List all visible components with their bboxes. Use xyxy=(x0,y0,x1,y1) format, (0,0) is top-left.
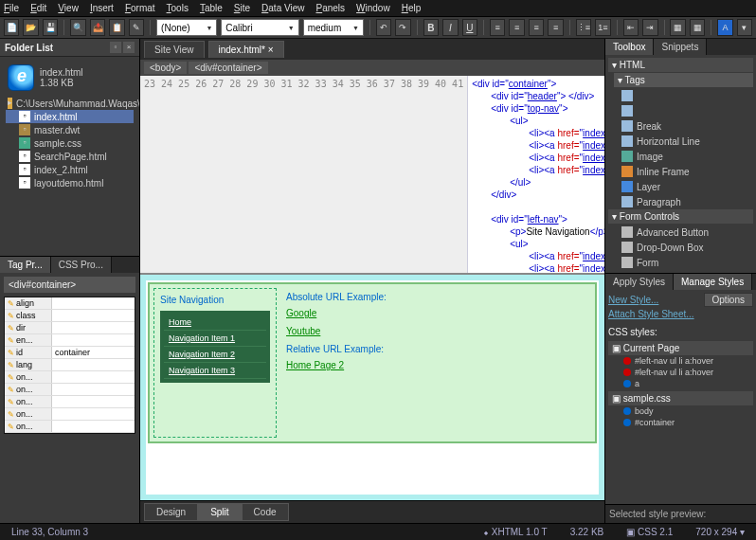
size-select[interactable]: medium▼ xyxy=(303,19,364,36)
menu-insert[interactable]: Insert xyxy=(90,3,114,13)
property-row[interactable]: ✎on... xyxy=(5,371,135,384)
preview-nav-link[interactable]: Navigation Item 3 xyxy=(164,363,266,379)
menu-format[interactable]: Format xyxy=(125,3,155,13)
toolbox-group[interactable]: ▾ Form Controls xyxy=(608,209,753,224)
toolbox-tab[interactable]: Snippets xyxy=(654,39,707,55)
view-tab-design[interactable]: Design xyxy=(144,503,198,521)
toolbox-tab[interactable]: Toolbox xyxy=(605,39,654,55)
borders-button[interactable]: ▦ xyxy=(670,19,685,36)
toolbox-item[interactable]: Break xyxy=(608,118,753,134)
style-rule[interactable]: body xyxy=(608,405,753,417)
options-button[interactable]: Options xyxy=(704,293,753,307)
align-left-button[interactable]: ≡ xyxy=(490,19,505,36)
property-row[interactable]: ✎en... xyxy=(5,334,135,347)
menu-site[interactable]: Site xyxy=(234,3,250,13)
format-button[interactable]: ✎ xyxy=(129,19,144,36)
file-item[interactable]: ▫SearchPage.html xyxy=(6,150,134,163)
property-row[interactable]: ✎on... xyxy=(5,408,135,421)
numbering-button[interactable]: 1≡ xyxy=(595,19,610,36)
toolbox-item[interactable]: Advanced Button xyxy=(608,225,753,240)
sample-css-group[interactable]: ▣ sample.css xyxy=(608,391,753,405)
property-row[interactable]: ✎on... xyxy=(5,396,135,408)
font-select[interactable]: Calibri▼ xyxy=(221,19,298,36)
breadcrumb-item[interactable]: <body> xyxy=(144,62,187,74)
font-color-button[interactable]: ▾ xyxy=(737,19,752,36)
tag-tab[interactable]: Tag Pr... xyxy=(0,257,51,273)
property-row[interactable]: ✎lang xyxy=(5,359,135,371)
code-editor[interactable]: 23 24 25 26 27 28 29 30 31 32 33 34 35 3… xyxy=(140,76,604,275)
style-select[interactable]: (None)▼ xyxy=(156,19,217,36)
folder-root[interactable]: ▸C:\Users\Muhammad.Waqas\Do xyxy=(6,97,134,110)
property-row[interactable]: ✎on... xyxy=(5,384,135,396)
preview-nav-link[interactable]: Home xyxy=(164,315,266,331)
indent-button[interactable]: ⇥ xyxy=(642,19,657,36)
toolbox-group[interactable]: ▾ HTML xyxy=(608,58,753,72)
toolbox-item[interactable]: Horizontal Line xyxy=(608,134,753,149)
preview-link[interactable]: Youtube xyxy=(286,326,587,336)
toolbox-item[interactable] xyxy=(608,103,753,118)
italic-button[interactable]: I xyxy=(442,19,458,36)
paste-button[interactable]: 📋 xyxy=(109,19,124,36)
toolbox-item[interactable]: Paragraph xyxy=(608,194,753,209)
menu-file[interactable]: File xyxy=(4,3,19,13)
status-css-schema[interactable]: ▣ CSS 2.1 xyxy=(621,526,678,538)
menu-help[interactable]: Help xyxy=(402,3,422,13)
menu-data-view[interactable]: Data View xyxy=(261,3,304,13)
preview-link[interactable]: Google xyxy=(286,308,587,318)
toolbox-item[interactable]: Image xyxy=(608,149,753,164)
style-rule[interactable]: #left-nav ul li a:hover xyxy=(608,355,753,367)
new-button[interactable]: 📄 xyxy=(4,19,19,36)
tag-selector[interactable]: <div#container> xyxy=(4,277,135,293)
toolbox-item[interactable]: Drop-Down Box xyxy=(608,240,753,255)
panel-close-icon[interactable]: × xyxy=(123,42,135,53)
property-row[interactable]: ✎align xyxy=(5,297,135,310)
redo-button[interactable]: ↷ xyxy=(395,19,410,36)
toolbox-item[interactable]: Layer xyxy=(608,179,753,194)
toolbox-item[interactable]: Inline Frame xyxy=(608,164,753,179)
preview-nav-link[interactable]: Navigation Item 2 xyxy=(164,347,266,363)
file-item[interactable]: ▫master.dwt xyxy=(6,123,134,136)
outdent-button[interactable]: ⇤ xyxy=(623,19,639,36)
file-item[interactable]: ▫index.html xyxy=(6,110,134,123)
style-rule[interactable]: #left-nav ul li a:hover xyxy=(608,367,753,378)
file-item[interactable]: ▫index_2.html xyxy=(6,163,134,176)
align-right-button[interactable]: ≡ xyxy=(529,19,544,36)
insert-table-button[interactable]: ▦ xyxy=(690,19,705,36)
current-page-group[interactable]: ▣ Current Page xyxy=(608,341,753,355)
bold-button[interactable]: B xyxy=(423,19,439,36)
panel-pin-icon[interactable]: ▫ xyxy=(110,42,121,53)
styles-tab[interactable]: Manage Styles xyxy=(674,274,752,290)
style-rule[interactable]: a xyxy=(608,378,753,389)
file-item[interactable]: ▫sample.css xyxy=(6,136,134,150)
property-row[interactable]: ✎on... xyxy=(5,421,135,433)
preview-link[interactable]: Home Page 2 xyxy=(286,360,587,370)
publish-button[interactable]: 📤 xyxy=(90,19,105,36)
toolbox-item[interactable] xyxy=(608,88,753,103)
align-center-button[interactable]: ≡ xyxy=(509,19,524,36)
underline-button[interactable]: U xyxy=(462,19,477,36)
preview-nav-link[interactable]: Navigation Item 1 xyxy=(164,331,266,347)
property-row[interactable]: ✎dir xyxy=(5,322,135,334)
document-tab[interactable]: Site View xyxy=(144,41,205,58)
menu-panels[interactable]: Panels xyxy=(315,3,345,13)
align-justify-button[interactable]: ≡ xyxy=(548,19,563,36)
preview-button[interactable]: 🔍 xyxy=(70,19,85,36)
undo-button[interactable]: ↶ xyxy=(376,19,391,36)
menu-edit[interactable]: Edit xyxy=(30,3,46,13)
view-tab-split[interactable]: Split xyxy=(198,503,241,521)
toolbox-group[interactable]: ▾ Tags xyxy=(614,73,753,87)
property-row[interactable]: ✎idcontainer xyxy=(5,347,135,359)
menu-view[interactable]: View xyxy=(58,3,79,13)
menu-table[interactable]: Table xyxy=(200,3,223,13)
property-row[interactable]: ✎class xyxy=(5,310,135,322)
file-item[interactable]: ▫layoutdemo.html xyxy=(6,176,134,189)
bullets-button[interactable]: ⋮≡ xyxy=(576,19,591,36)
status-doctype[interactable]: ⬥ XHTML 1.0 T xyxy=(477,526,553,538)
styles-tab[interactable]: Apply Styles xyxy=(605,274,674,290)
breadcrumb-item[interactable]: <div#container> xyxy=(189,62,267,74)
menu-window[interactable]: Window xyxy=(356,3,390,13)
close-tab-icon[interactable]: × xyxy=(265,45,274,55)
highlight-button[interactable]: A xyxy=(717,19,732,36)
toolbox-item[interactable]: Form xyxy=(608,255,753,270)
style-rule[interactable]: #container xyxy=(608,417,753,428)
